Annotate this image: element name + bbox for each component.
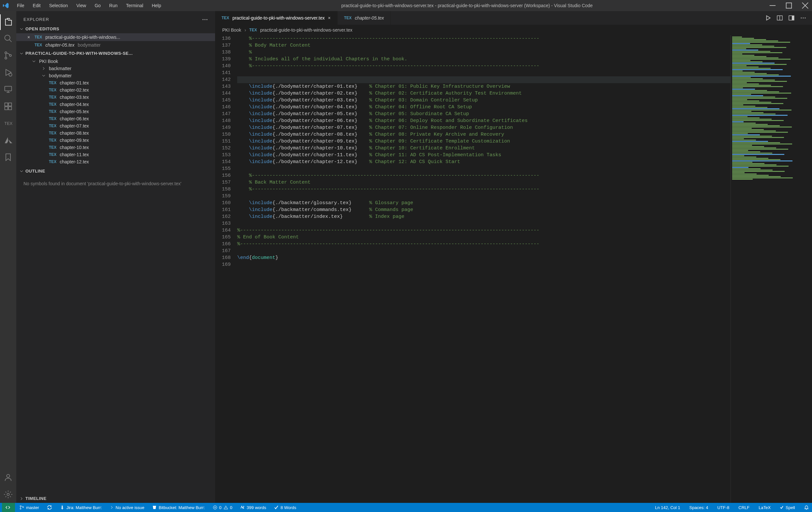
- menu-terminal[interactable]: Terminal: [122, 2, 147, 9]
- menu-view[interactable]: View: [72, 2, 90, 9]
- editor-tabs: TEX practical-guide-to-pki-with-windows-…: [215, 11, 812, 25]
- folder-backmatter[interactable]: backmatter: [16, 65, 215, 72]
- word-count[interactable]: 399 words: [239, 505, 267, 510]
- menu-go[interactable]: Go: [91, 2, 105, 9]
- open-editor-item[interactable]: TEX chapter-05.tex bodymatter: [16, 41, 215, 49]
- file-item[interactable]: TEX chapter-10.tex: [16, 144, 215, 151]
- svg-point-13: [7, 493, 9, 496]
- problems-item[interactable]: 0 0: [211, 505, 234, 510]
- git-branch[interactable]: master: [18, 505, 40, 510]
- encoding[interactable]: UTF-8: [716, 505, 730, 510]
- search-icon[interactable]: [4, 34, 13, 43]
- file-item[interactable]: TEX chapter-04.tex: [16, 101, 215, 108]
- file-item[interactable]: TEX chapter-02.tex: [16, 86, 215, 93]
- sync-icon[interactable]: [46, 505, 53, 510]
- editor-tab[interactable]: TEX chapter-05.tex: [338, 11, 391, 25]
- open-editor-label: chapter-05.tex: [45, 43, 74, 48]
- maximize-icon[interactable]: [785, 2, 792, 9]
- svg-point-3: [5, 57, 7, 59]
- editor-tab[interactable]: TEX practical-guide-to-pki-with-windows-…: [215, 11, 338, 25]
- svg-text:TEX: TEX: [4, 121, 12, 126]
- file-item[interactable]: TEX chapter-01.tex: [16, 79, 215, 86]
- code-area[interactable]: %---------------------------------------…: [237, 35, 730, 503]
- more-icon[interactable]: [202, 19, 208, 21]
- menu-help[interactable]: Help: [148, 2, 165, 9]
- minimap[interactable]: [730, 35, 812, 503]
- bitbucket-item[interactable]: Bitbucket: Matthew Burr:: [151, 505, 206, 510]
- sidebar-title: EXPLORER: [16, 11, 215, 24]
- eol[interactable]: CRLF: [737, 505, 751, 510]
- atlassian-icon[interactable]: [4, 136, 13, 145]
- bookmark-icon[interactable]: [4, 153, 13, 162]
- breadcrumbs[interactable]: PKI Book › TEX practical-guide-to-pki-wi…: [215, 25, 812, 35]
- cursor-position[interactable]: Ln 142, Col 1: [654, 505, 682, 510]
- breadcrumb-folder[interactable]: PKI Book: [222, 27, 241, 33]
- menu-run[interactable]: Run: [105, 2, 121, 9]
- svg-rect-8: [8, 103, 11, 106]
- jira-item[interactable]: Jira: Matthew Burr:: [59, 505, 103, 510]
- tex-activity-icon[interactable]: TEX: [4, 119, 13, 128]
- tex-file-icon: TEX: [249, 28, 257, 32]
- language-mode[interactable]: LaTeX: [757, 505, 772, 510]
- file-label: chapter-05.tex: [60, 109, 89, 114]
- remote-explorer-icon[interactable]: [4, 85, 13, 94]
- file-label: chapter-03.tex: [60, 95, 89, 100]
- tex-file-icon: TEX: [34, 35, 42, 39]
- split-editor-right-icon[interactable]: [777, 15, 783, 21]
- file-item[interactable]: TEX chapter-06.tex: [16, 115, 215, 122]
- code-editor[interactable]: 1361371381391401411421431441451461471481…: [215, 35, 812, 503]
- file-item[interactable]: TEX chapter-05.tex: [16, 108, 215, 115]
- file-label: chapter-11.tex: [60, 152, 89, 157]
- run-debug-icon[interactable]: [4, 68, 13, 77]
- chevron-down-icon: [20, 27, 24, 31]
- folder-bodymatter[interactable]: bodymatter: [16, 72, 215, 79]
- close-icon[interactable]: [802, 2, 809, 9]
- svg-point-12: [6, 475, 9, 478]
- file-item[interactable]: TEX chapter-11.tex: [16, 151, 215, 158]
- open-editor-item[interactable]: × TEX practical-guide-to-pki-with-window…: [16, 33, 215, 41]
- menu-edit[interactable]: Edit: [29, 2, 45, 9]
- source-control-icon[interactable]: [4, 51, 13, 60]
- file-item[interactable]: TEX chapter-08.tex: [16, 130, 215, 137]
- minimize-icon[interactable]: [769, 2, 776, 9]
- indent-setting[interactable]: Spaces: 4: [688, 505, 710, 510]
- file-item[interactable]: TEX chapter-09.tex: [16, 137, 215, 144]
- menu-file[interactable]: File: [13, 2, 28, 9]
- remote-indicator[interactable]: [2, 503, 15, 512]
- extensions-icon[interactable]: [4, 102, 13, 111]
- svg-point-23: [20, 506, 21, 507]
- settings-gear-icon[interactable]: [4, 490, 13, 499]
- workspace-folder-header[interactable]: PRACTICAL-GUIDE-TO-PKI-WITH-WINDOWS-SE..…: [16, 49, 215, 58]
- svg-rect-19: [792, 16, 794, 20]
- status-bar: master Jira: Matthew Burr: No active iss…: [0, 503, 812, 512]
- tex-file-icon: TEX: [344, 16, 352, 20]
- account-icon[interactable]: [4, 473, 13, 482]
- open-editors-header[interactable]: OPEN EDITORS: [16, 24, 215, 33]
- file-item[interactable]: TEX chapter-03.tex: [16, 93, 215, 101]
- close-editor-icon[interactable]: ×: [26, 34, 31, 40]
- run-icon[interactable]: [765, 15, 771, 21]
- spell-check[interactable]: Spell: [778, 505, 796, 510]
- close-tab-icon[interactable]: ×: [328, 15, 331, 21]
- title-bar: FileEditSelectionViewGoRunTerminalHelp p…: [0, 0, 812, 11]
- menu-selection[interactable]: Selection: [45, 2, 72, 9]
- svg-point-5: [9, 73, 12, 76]
- timeline-header[interactable]: TIMELINE: [16, 494, 215, 503]
- chevron-down-icon: [20, 52, 24, 55]
- outline-empty-message: No symbols found in document 'practical-…: [16, 176, 215, 192]
- split-editor-icon[interactable]: [788, 15, 794, 21]
- file-item[interactable]: TEX chapter-12.tex: [16, 158, 215, 165]
- more-actions-icon[interactable]: [800, 17, 806, 19]
- file-item[interactable]: TEX chapter-07.tex: [16, 122, 215, 130]
- chevron-down-icon: [32, 59, 36, 63]
- breadcrumb-file[interactable]: practical-guide-to-pki-with-windows-serv…: [260, 27, 352, 33]
- editor-actions: [765, 11, 812, 25]
- outline-header[interactable]: OUTLINE: [16, 167, 215, 176]
- word-count-2[interactable]: 8 Words: [273, 505, 297, 510]
- svg-rect-10: [8, 107, 11, 110]
- notifications-icon[interactable]: [803, 505, 810, 510]
- folder-pkibook[interactable]: PKI Book: [16, 58, 215, 65]
- active-issue[interactable]: No active issue: [109, 505, 146, 510]
- tex-file-icon: TEX: [49, 109, 56, 114]
- explorer-icon[interactable]: [4, 18, 13, 27]
